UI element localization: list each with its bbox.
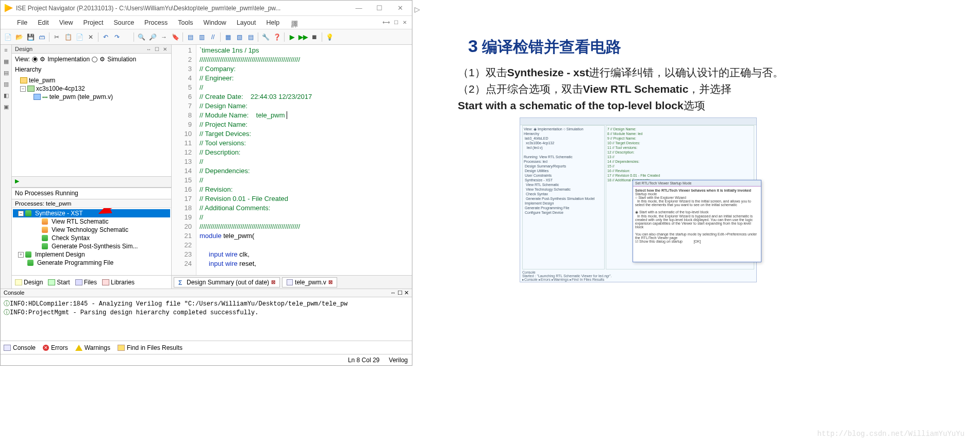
sim-label: Simulation [107,56,136,63]
copy-icon[interactable]: 📋 [63,32,73,42]
help-icon[interactable]: ❓ [272,32,282,42]
delete-icon[interactable]: ✕ [86,32,96,42]
tab-warnings[interactable]: Warnings [75,344,110,351]
tab-find[interactable]: Find in Files Results [118,344,182,351]
window-cascade-icon[interactable]: ▧ [234,32,244,42]
prog-icon [27,260,34,266]
run-icon[interactable]: ▶ [287,32,297,42]
minimize-button[interactable]: — [351,4,367,12]
tree-module-row[interactable]: ▪▪▪ tele_pwm (tele_pwm.v) [13,93,170,101]
menu-source[interactable]: Source [108,18,139,28]
tab-design-summary[interactable]: Σ Design Summary (out of date) ⊠ [174,277,280,287]
impl-icon [25,251,31,258]
module-icon [34,94,41,100]
tech-icon [42,227,48,233]
rail-icon-3[interactable]: ▤ [2,70,10,78]
proc-gen-sim[interactable]: Generate Post-Synthesis Sim... [13,242,170,250]
rail-icon-6[interactable]: ▣ [2,104,10,112]
slide-panel: 3 编译检错并查看电路 （1）双击Synthesize - xst进行编译纠错，… [422,0,980,440]
slide-screenshot-thumb: View: ◉ Implementation ○ Simulation Hier… [520,117,757,282]
new-icon[interactable]: 📄 [3,32,13,42]
save-all-icon[interactable]: 🗃 [37,32,47,42]
tab-start[interactable]: Start [48,279,70,286]
menu-window[interactable]: Window [198,18,231,28]
save-icon[interactable]: 💾 [25,32,36,42]
menu-tools[interactable]: Tools [173,18,198,28]
tab-close-icon[interactable]: ⊠ [271,279,275,285]
rerun-icon[interactable]: ▶▶ [298,32,308,42]
main-toolbar: 📄 📂 💾 🗃 ✂ 📋 📄 ✕ ↶ ↷ 🔍 🔎 → 🔖 ▤ ▥ // ▦ ▧ ▤… [1,29,412,45]
panel-icon[interactable]: ☐ [393,19,400,26]
console-tabs: Console ✕Errors Warnings Find in Files R… [1,341,412,354]
bookmark-icon[interactable]: 🔖 [170,32,180,42]
open-icon[interactable]: 📂 [14,32,24,42]
tab-source-file[interactable]: tele_pwm.v ⊠ [282,277,337,287]
window-tab-icon[interactable]: ▤ [245,32,256,42]
syntax-icon [42,235,48,241]
paste-icon[interactable]: 📄 [74,32,85,42]
design-column: Design ↔ ☐ ✕ View: ⚙ Implementation ⚙ Si… [12,45,172,289]
redo-icon[interactable]: ↷ [112,32,122,42]
proc-expand-2[interactable]: + [18,252,24,258]
synthesis-icon [25,210,31,216]
console-body[interactable]: ⓘINFO:HDLCompiler:1845 - Analyzing Veril… [1,297,412,341]
proc-view-rtl[interactable]: View RTL Schematic [13,217,170,226]
code-lines[interactable]: `timescale 1ns / 1ps ///////////////////… [196,45,412,275]
indent-icon[interactable]: ▤ [185,32,195,42]
restore-layout-icon[interactable]: ⟷ [381,19,391,26]
tree-expand[interactable]: − [20,86,26,92]
rail-icon-4[interactable]: ▥ [2,81,10,89]
collapse-arrow-icon[interactable]: ▷ [414,5,420,13]
code-editor[interactable]: 1 2 3 4 5 6 7 8 9 10 11 12 13 14 15 16 1… [172,45,412,275]
rail-icon-2[interactable]: ▦ [2,58,10,66]
stop-icon[interactable]: ⏹ [309,32,320,42]
undo-icon[interactable]: ↶ [101,32,111,42]
proc-gen-prog[interactable]: Generate Programming File [13,259,170,267]
tab-close-icon[interactable]: ⊠ [328,279,333,285]
close-panel-icon[interactable]: ✕ [402,19,408,26]
menu-project[interactable]: Project [78,18,109,28]
panel-divider[interactable]: ▷ 圖譯 [412,0,422,440]
proc-check-syntax[interactable]: Check Syntax [13,234,170,242]
menu-view[interactable]: View [54,18,78,28]
rail-icon-1[interactable]: ≡ [2,47,10,55]
run-process-icon[interactable]: ▶ [13,178,21,186]
proc-synthesize[interactable]: − Synthesize - XST [13,209,170,217]
window-title: ISE Project Navigator (P.20131013) - C:\… [16,5,351,12]
find-next-icon[interactable]: 🔎 [147,32,158,42]
options-icon[interactable]: 🔧 [260,32,271,42]
tab-console[interactable]: Console [4,344,36,351]
proc-expand[interactable]: − [18,211,24,216]
close-button[interactable]: ✕ [392,4,408,12]
tree-project-row[interactable]: tele_pwm [13,76,170,84]
proc-implement[interactable]: + Implement Design [13,250,170,259]
maximize-button[interactable]: ☐ [372,4,387,12]
app-icon [5,4,13,12]
tab-libraries[interactable]: Libraries [102,279,135,286]
menu-file[interactable]: File [12,18,32,28]
tab-errors[interactable]: ✕Errors [43,344,68,351]
menu-layout[interactable]: Layout [231,18,261,28]
menu-process[interactable]: Process [139,18,173,28]
cut-icon[interactable]: ✂ [52,32,62,42]
goto-icon[interactable]: → [159,32,169,42]
menu-help[interactable]: Help [261,18,285,28]
process-status: No Processes Running [12,188,171,199]
find-icon[interactable]: 🔍 [136,32,146,42]
tab-files[interactable]: Files [75,279,97,286]
sim-radio[interactable] [92,57,97,62]
statusbar: Ln 8 Col 29 Verilog [1,354,412,365]
rail-icon-5[interactable]: ◧ [2,92,10,100]
outdent-icon[interactable]: ▥ [196,32,207,42]
tab-design[interactable]: Design [15,279,43,286]
impl-radio[interactable] [32,57,38,62]
panel-header-icons[interactable]: ↔ ☐ ✕ [146,46,168,52]
tree-device-row[interactable]: − xc3s100e-4cp132 [13,84,170,93]
proc-view-tech[interactable]: View Technology Schematic [13,226,170,234]
lightbulb-icon[interactable]: 💡 [324,32,335,42]
console-header-icons[interactable]: ↔ ☐ ✕ [390,290,409,296]
menu-edit[interactable]: Edit [32,18,54,28]
view-selector-row: View: ⚙ Implementation ⚙ Simulation [12,54,171,65]
comment-icon[interactable]: // [208,32,218,42]
window-tile-icon[interactable]: ▦ [223,32,233,42]
